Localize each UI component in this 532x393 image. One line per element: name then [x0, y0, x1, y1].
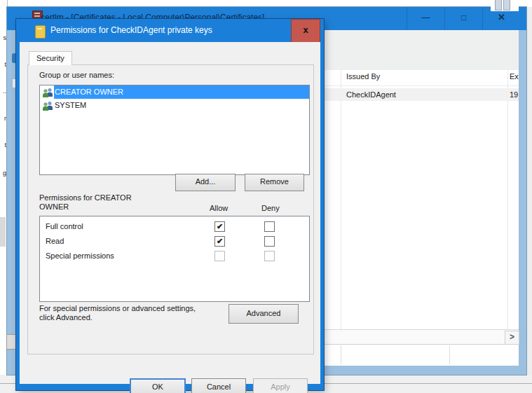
back-window-top-strip: [0, 0, 532, 7]
deny-checkbox-disabled: [264, 251, 275, 261]
column-header-expiration[interactable]: Ex: [510, 72, 519, 81]
allow-checkbox[interactable]: ✔: [214, 236, 225, 247]
list-item-system[interactable]: SYSTEM: [40, 99, 309, 112]
clipped-text-fragment: t: [0, 62, 6, 68]
permission-row-full-control: Full control ✔: [40, 219, 309, 234]
deny-column-header: Deny: [261, 204, 280, 212]
dialog-titlebar[interactable]: Permissions for CheckIDAgent private key…: [16, 19, 324, 42]
allow-checkbox[interactable]: ✔: [214, 221, 225, 232]
deny-checkbox[interactable]: [264, 221, 275, 232]
back-window-bar: [495, 0, 502, 11]
private-keys-icon: [35, 25, 46, 39]
apply-button-disabled: Apply: [253, 378, 308, 393]
maximize-icon: □: [461, 13, 466, 22]
permission-name: Full control: [46, 222, 83, 230]
permissions-dialog: Permissions for CheckIDAgent private key…: [16, 19, 324, 390]
permissions-list: Full control ✔ Read ✔ Special permission…: [39, 216, 310, 302]
users-icon: [42, 101, 54, 111]
remove-button[interactable]: Remove: [245, 174, 304, 191]
group-or-user-names-label: Group or user names:: [39, 71, 114, 79]
check-icon: ✔: [217, 237, 223, 245]
column-separator: [507, 70, 508, 329]
group-name: CREATOR OWNER: [54, 85, 309, 99]
minimize-icon: —: [422, 13, 430, 22]
clipped-text-fragment: s: [0, 35, 6, 41]
permission-name: Read: [46, 237, 64, 245]
back-window-scrollbar-fragment: [0, 217, 6, 247]
certificate-expiration: 19: [510, 90, 519, 99]
column-separator: [341, 70, 341, 329]
screen: s t .. r t g certlm - [Certificates - Lo…: [0, 0, 532, 393]
status-bar-divider: [449, 345, 450, 364]
back-window-bar: [503, 0, 510, 11]
scrollbar-button-fragment: [6, 334, 17, 350]
clipped-text-fragment: r: [0, 116, 6, 122]
clipped-text-fragment: t: [0, 142, 6, 149]
permissions-for-label: Permissions for CREATOR OWNER: [39, 193, 132, 212]
permission-row-special-permissions: Special permissions: [40, 249, 309, 263]
close-dialog-button[interactable]: x: [291, 19, 320, 43]
chevron-right-icon: >: [510, 332, 514, 342]
group-list[interactable]: CREATOR OWNER SYSTEM: [39, 85, 310, 175]
tab-security[interactable]: Security: [29, 51, 72, 65]
certificate-issued-by: CheckIDAgent: [346, 90, 396, 99]
group-name: SYSTEM: [54, 99, 309, 112]
check-icon: ✔: [217, 222, 223, 230]
allow-checkbox-disabled: [214, 251, 225, 261]
allow-column-header: Allow: [210, 204, 228, 212]
users-icon: [42, 88, 54, 97]
close-icon: x: [303, 25, 308, 35]
deny-checkbox[interactable]: [264, 236, 275, 247]
advanced-hint-text: For special permissions or advanced sett…: [39, 304, 196, 322]
column-header-issued-by[interactable]: Issued By: [346, 72, 380, 81]
dialog-body: Security Group or user names: CREATOR OW…: [20, 42, 320, 384]
maximize-button[interactable]: □: [444, 7, 482, 30]
add-button[interactable]: Add...: [175, 174, 236, 191]
scroll-right-button[interactable]: >: [505, 331, 519, 345]
close-icon: ✕: [498, 12, 505, 22]
back-window-right-strip: [526, 7, 532, 375]
status-bar-divider: [341, 345, 341, 364]
advanced-button[interactable]: Advanced: [229, 304, 299, 324]
clipped-text-fragment: ..: [0, 88, 6, 95]
minimize-button[interactable]: —: [407, 7, 444, 30]
list-item-creator-owner[interactable]: CREATOR OWNER: [40, 85, 309, 99]
permission-row-read: Read ✔: [40, 234, 309, 249]
ok-button[interactable]: OK: [130, 378, 186, 393]
dialog-title: Permissions for CheckIDAgent private key…: [50, 25, 212, 35]
clipped-text-fragment: g: [0, 170, 6, 177]
permission-name: Special permissions: [46, 251, 114, 260]
cancel-button[interactable]: Cancel: [191, 378, 246, 393]
